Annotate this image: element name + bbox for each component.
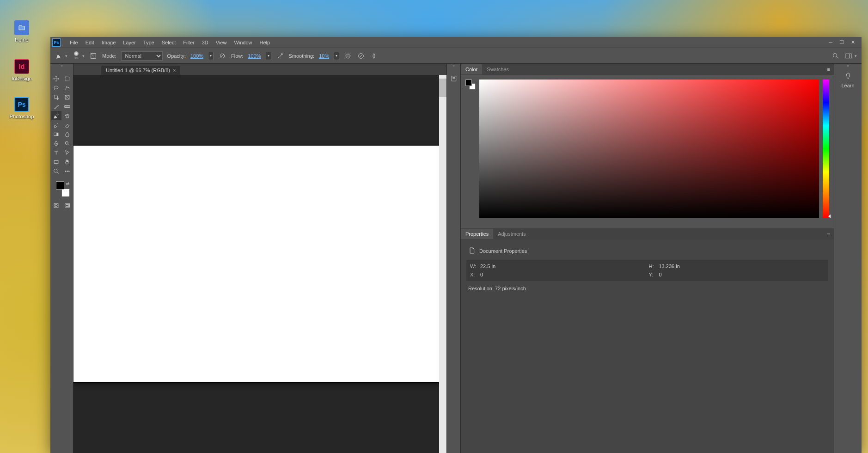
tab-adjustments[interactable]: Adjustments <box>493 229 531 239</box>
tool-gradient[interactable] <box>51 129 61 139</box>
airbrush-icon[interactable] <box>276 52 284 60</box>
menu-layer[interactable]: Layer <box>119 38 140 47</box>
opacity-dropdown[interactable]: ▾ <box>208 52 214 60</box>
pressure-opacity-icon[interactable] <box>218 52 226 60</box>
tab-swatches[interactable]: Swatches <box>482 64 513 74</box>
foreground-color-swatch[interactable] <box>56 181 64 190</box>
learn-label[interactable]: Learn <box>841 83 854 88</box>
tool-eraser[interactable] <box>62 120 73 129</box>
panel-menu-icon[interactable]: ≡ <box>824 231 834 237</box>
tool-edit-toolbar[interactable] <box>62 166 73 176</box>
h-value[interactable]: 13.236 in <box>659 263 825 269</box>
workspace-dropdown[interactable]: ▾ <box>855 54 857 58</box>
tool-history-brush[interactable] <box>51 120 61 129</box>
document-tab[interactable]: Untitled-1 @ 66.7% (RGB/8) × <box>101 66 180 75</box>
x-label: X: <box>470 272 477 277</box>
flow-value[interactable]: 100% <box>248 53 261 59</box>
symmetry-icon[interactable] <box>370 52 378 60</box>
menu-window[interactable]: Window <box>230 38 256 47</box>
menu-select[interactable]: Select <box>158 38 180 47</box>
swap-colors-icon[interactable]: ⇄ <box>66 181 70 186</box>
learn-collapse-handle[interactable]: » <box>834 64 862 68</box>
dock-collapse-handle[interactable]: « <box>447 64 460 68</box>
resolution-value[interactable]: 72 pixels/inch <box>495 286 526 291</box>
tool-screenmode[interactable] <box>62 201 73 210</box>
y-value[interactable]: 0 <box>659 272 825 277</box>
canvas-area[interactable] <box>73 75 446 453</box>
tool-blur[interactable] <box>62 129 73 139</box>
brush-picker-dropdown[interactable]: ▾ <box>82 54 85 58</box>
tab-close-icon[interactable]: × <box>173 67 176 73</box>
hue-slider-handle[interactable] <box>828 214 831 218</box>
tool-lasso[interactable] <box>51 83 61 92</box>
tool-frame[interactable] <box>62 92 73 102</box>
tool-clone-stamp[interactable] <box>62 111 73 120</box>
workspace-switcher-icon[interactable] <box>844 52 853 60</box>
tool-ruler[interactable] <box>62 102 73 111</box>
tool-hand[interactable] <box>62 157 73 166</box>
window-close-button[interactable]: ✕ <box>850 39 856 45</box>
menu-filter[interactable]: Filter <box>179 38 198 47</box>
tool-path-select[interactable] <box>62 148 73 157</box>
tool-quickmask[interactable] <box>51 201 61 210</box>
tool-move[interactable] <box>51 74 61 83</box>
dock-icon-history[interactable] <box>449 74 458 83</box>
tool-quick-select[interactable] <box>62 83 73 92</box>
tool-zoom[interactable] <box>51 166 61 176</box>
tool-dodge[interactable] <box>62 139 73 148</box>
search-icon[interactable] <box>831 52 840 60</box>
menu-3d[interactable]: 3D <box>198 38 212 47</box>
lightbulb-icon[interactable] <box>844 72 852 81</box>
menu-image[interactable]: Image <box>98 38 120 47</box>
current-tool-icon[interactable] <box>55 52 63 60</box>
brush-preview[interactable]: 13 <box>72 51 80 61</box>
desktop-icon-home[interactable]: Home <box>6 20 38 43</box>
panel-fgbg-swatch[interactable] <box>465 80 476 90</box>
canvas-vertical-scrollbar[interactable] <box>439 75 446 453</box>
tool-pen[interactable] <box>51 139 61 148</box>
svg-point-19 <box>68 171 69 171</box>
tab-color[interactable]: Color <box>461 64 482 74</box>
tool-eyedropper[interactable] <box>51 102 61 111</box>
hue-slider[interactable] <box>823 80 829 218</box>
x-value[interactable]: 0 <box>480 272 646 277</box>
app-logo-icon[interactable]: Ps <box>52 38 61 47</box>
tool-type[interactable] <box>51 148 61 157</box>
options-bar: ▾ 13 ▾ Mode: Normal Opacity: 100% ▾ Flow… <box>50 48 862 64</box>
window-maximize-button[interactable]: ☐ <box>838 39 845 45</box>
tool-crop[interactable] <box>51 92 61 102</box>
desktop-icon-indesign[interactable]: Id InDesign <box>6 59 38 81</box>
fg-bg-color-control[interactable]: ⇄ <box>54 181 70 197</box>
menu-help[interactable]: Help <box>256 38 274 47</box>
desktop-icon-photoshop[interactable]: Ps Photoshop <box>6 97 38 119</box>
window-minimize-button[interactable]: ─ <box>827 39 834 45</box>
background-color-swatch[interactable] <box>61 189 70 197</box>
brush-size-value: 13 <box>74 56 79 60</box>
panel-fg-swatch[interactable] <box>465 80 472 86</box>
menu-view[interactable]: View <box>212 38 231 47</box>
smoothing-dropdown[interactable]: ▾ <box>334 52 339 60</box>
menu-file[interactable]: File <box>66 38 82 47</box>
color-field[interactable] <box>479 80 819 218</box>
panel-menu-icon[interactable]: ≡ <box>824 67 834 72</box>
tab-properties[interactable]: Properties <box>461 229 493 239</box>
menu-type[interactable]: Type <box>140 38 158 47</box>
properties-title: Document Properties <box>479 248 527 254</box>
opacity-value[interactable]: 100% <box>190 53 203 59</box>
mode-select[interactable]: Normal <box>121 51 163 61</box>
tool-marquee[interactable] <box>62 74 73 83</box>
menu-edit[interactable]: Edit <box>82 38 98 47</box>
document-canvas[interactable] <box>73 146 446 382</box>
flow-dropdown[interactable]: ▾ <box>266 52 271 60</box>
scrollbar-thumb[interactable] <box>439 79 446 97</box>
smoothing-gear-icon[interactable] <box>344 52 352 60</box>
toolbox-collapse-handle[interactable]: « <box>50 64 73 68</box>
tool-brush[interactable] <box>51 111 61 120</box>
pressure-size-icon[interactable] <box>357 52 365 60</box>
tool-rectangle[interactable] <box>51 157 61 166</box>
svg-point-5 <box>833 53 837 57</box>
w-value[interactable]: 22.5 in <box>480 263 646 269</box>
tool-preset-dropdown[interactable]: ▾ <box>65 54 67 58</box>
smoothing-value[interactable]: 10% <box>319 53 329 59</box>
brush-panel-toggle-icon[interactable] <box>89 52 98 60</box>
